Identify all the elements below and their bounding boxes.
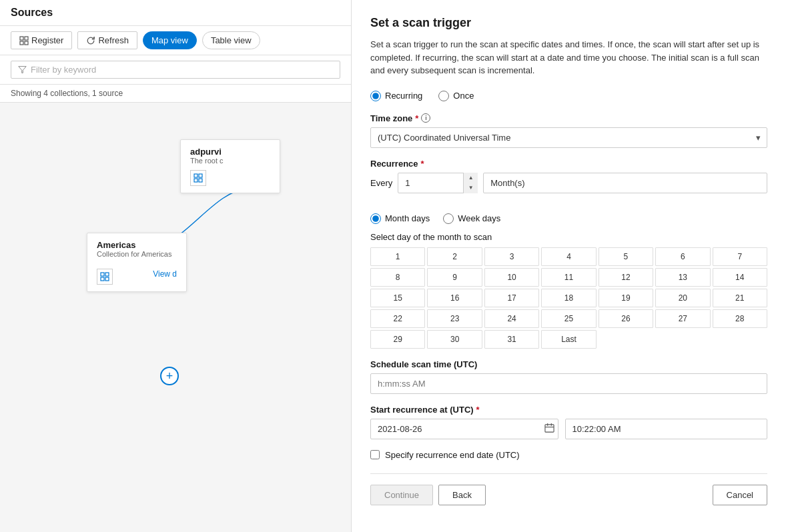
every-label: Every [370,178,392,188]
cal-day-23[interactable]: 23 [427,309,482,328]
grid-icon-americas [100,272,109,281]
adpurv-grid-icon[interactable] [190,170,206,186]
cal-day-Last[interactable]: Last [541,330,596,349]
cal-day-30[interactable]: 30 [427,330,482,349]
register-icon [19,36,29,45]
svg-rect-8 [194,179,198,182]
required-star-tz: * [415,113,418,123]
cal-day-14[interactable]: 14 [713,268,767,287]
map-view-label: Map view [151,35,188,45]
cal-day-4[interactable]: 4 [541,247,596,266]
cal-day-22[interactable]: 22 [370,309,425,328]
cal-day-11[interactable]: 11 [541,268,596,287]
grid-icon [193,173,203,183]
cal-day-24[interactable]: 24 [484,309,539,328]
cal-day-7[interactable]: 7 [713,247,767,266]
map-area: adpurvi The root c Americas Collection f… [0,103,351,532]
cal-day-25[interactable]: 25 [541,309,596,328]
panel-title: Set a scan trigger [370,16,767,30]
cal-day-3[interactable]: 3 [484,247,539,266]
recurring-option[interactable]: Recurring [370,91,422,101]
register-label: Register [31,35,63,45]
start-time-input[interactable] [565,419,768,439]
once-radio[interactable] [438,91,449,101]
month-days-radio[interactable] [370,213,381,224]
cal-day-6[interactable]: 6 [655,247,710,266]
svg-marker-4 [19,67,26,73]
cal-day-20[interactable]: 20 [655,289,710,307]
right-panel: Set a scan trigger Set a scan trigger to… [352,0,786,532]
recurrence-row: Every ▲ ▼ Month(s) Day(s) Week(s) Year(s… [370,173,767,193]
americas-subtitle: Collection for Americas [97,250,177,258]
table-view-label: Table view [211,35,252,45]
map-view-button[interactable]: Map view [143,31,197,49]
view-details-link[interactable]: View d [153,269,177,279]
timezone-select[interactable]: (UTC) Coordinated Universal Time [370,127,767,148]
spin-up-button[interactable]: ▲ [464,173,478,183]
cal-day-9[interactable]: 9 [427,268,482,287]
timezone-section: Time zone * i (UTC) Coordinated Universa… [370,113,767,148]
svg-rect-9 [199,179,202,182]
week-days-radio[interactable] [443,213,454,224]
schedule-time-section: Schedule scan time (UTC) [370,359,767,394]
recurrence-label: Recurrence * [370,159,767,169]
adpurv-subtitle: The root c [190,157,270,165]
refresh-button[interactable]: Refresh [77,31,137,49]
once-option[interactable]: Once [438,91,474,101]
svg-rect-1 [25,37,28,40]
spin-down-button[interactable]: ▼ [464,183,478,193]
add-button[interactable]: + [160,367,179,385]
recurring-label: Recurring [385,91,422,101]
refresh-icon [86,36,95,45]
period-select[interactable]: Month(s) Day(s) Week(s) Year(s) [483,173,767,193]
once-label: Once [453,91,474,101]
cal-day-21[interactable]: 21 [713,289,767,307]
cal-day-19[interactable]: 19 [599,289,653,307]
cal-day-10[interactable]: 10 [484,268,539,287]
schedule-time-input[interactable] [370,373,767,394]
sources-header: Sources [0,0,351,26]
cal-day-8[interactable]: 8 [370,268,425,287]
cal-day-2[interactable]: 2 [427,247,482,266]
cal-day-15[interactable]: 15 [370,289,425,307]
month-days-option[interactable]: Month days [370,213,430,224]
filter-bar[interactable]: Filter by keyword [0,55,351,85]
recurring-radio[interactable] [370,91,381,101]
start-date-input[interactable] [370,419,558,439]
week-days-option[interactable]: Week days [443,213,500,224]
calendar-section: Select day of the month to scan 12345678… [370,232,767,349]
info-icon-tz[interactable]: i [421,113,430,123]
cal-day-13[interactable]: 13 [655,268,710,287]
svg-rect-3 [25,41,28,45]
cal-day-5[interactable]: 5 [599,247,653,266]
cal-day-28[interactable]: 28 [713,309,767,328]
cal-day-18[interactable]: 18 [541,289,596,307]
cal-day-17[interactable]: 17 [484,289,539,307]
date-wrapper [370,419,558,439]
adpurv-card: adpurvi The root c [180,139,280,193]
end-date-checkbox[interactable] [370,450,380,459]
cal-day-26[interactable]: 26 [599,309,653,328]
cal-day-16[interactable]: 16 [427,289,482,307]
cal-day-31[interactable]: 31 [484,330,539,349]
calendar-icon [544,423,554,433]
showing-text: Showing 4 collections, 1 source [0,85,351,103]
register-button[interactable]: Register [11,31,72,49]
end-date-row: Specify recurrence end date (UTC) [370,450,767,460]
cal-day-27[interactable]: 27 [655,309,710,328]
cal-day-1[interactable]: 1 [370,247,425,266]
month-days-label: Month days [385,213,430,223]
continue-button[interactable]: Continue [370,485,433,505]
required-star-rec: * [421,159,424,169]
back-button[interactable]: Back [438,485,486,505]
table-view-button[interactable]: Table view [202,31,260,49]
calendar-icon-button[interactable] [544,423,554,435]
cal-day-12[interactable]: 12 [599,268,653,287]
americas-grid-icon[interactable] [97,269,113,285]
cancel-button[interactable]: Cancel [713,485,767,505]
cal-day-29[interactable]: 29 [370,330,425,349]
svg-rect-7 [199,174,202,177]
footer-buttons: Continue Back Cancel [370,473,767,516]
svg-rect-6 [194,174,198,177]
sources-title: Sources [11,7,53,19]
